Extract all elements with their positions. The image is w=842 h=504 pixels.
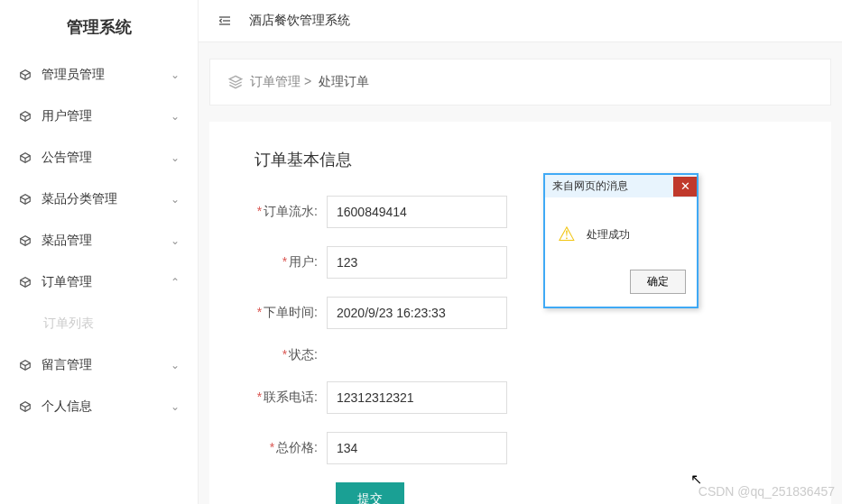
breadcrumb: 订单管理 > 处理订单	[209, 59, 831, 105]
chevron-down-icon: ⌄	[171, 359, 180, 371]
section-title: 订单基本信息	[245, 149, 795, 170]
ok-button[interactable]: 确定	[630, 270, 686, 294]
chevron-down-icon: ⌄	[171, 193, 180, 206]
main-content: 酒店餐饮管理系统 订单管理 > 处理订单 订单基本信息 *订单流水: *用户: …	[199, 0, 842, 504]
input-order-no[interactable]	[327, 196, 507, 228]
cube-icon	[18, 192, 32, 206]
chevron-down-icon: ⌄	[171, 110, 180, 123]
label-time: *下单时间:	[245, 305, 327, 321]
form-panel: 订单基本信息 *订单流水: *用户: *下单时间: *状态: *联系电话:	[209, 122, 831, 504]
dialog-footer: 确定	[545, 262, 697, 307]
sidebar-item-user[interactable]: 用户管理 ⌄	[0, 96, 198, 137]
menu-collapse-icon[interactable]	[217, 14, 233, 28]
field-phone: *联系电话:	[245, 381, 795, 414]
dialog-header: 来自网页的消息 ✕	[545, 175, 697, 197]
label-status: *状态:	[245, 347, 327, 363]
input-total[interactable]	[327, 432, 507, 464]
breadcrumb-part1: 订单管理 >	[250, 74, 311, 90]
submit-button[interactable]: 提交	[336, 482, 404, 504]
label-order-no: *订单流水:	[245, 204, 327, 220]
chevron-down-icon: ⌄	[171, 400, 180, 413]
dialog-body: ⚠ 处理成功	[545, 197, 697, 262]
field-order-no: *订单流水:	[245, 196, 795, 228]
chevron-down-icon: ⌄	[171, 151, 180, 164]
header-title: 酒店餐饮管理系统	[249, 13, 350, 29]
breadcrumb-part2: 处理订单	[319, 74, 369, 90]
cube-icon	[18, 234, 32, 248]
sidebar: 管理系统 管理员管理 ⌄ 用户管理 ⌄ 公告管理 ⌄ 菜品分类管理 ⌄ 菜品管理…	[0, 0, 199, 504]
cube-icon	[18, 151, 32, 165]
alert-dialog: 来自网页的消息 ✕ ⚠ 处理成功 确定	[543, 173, 699, 308]
sidebar-label: 菜品管理	[42, 233, 171, 249]
sidebar-label: 留言管理	[42, 357, 171, 373]
dialog-title: 来自网页的消息	[545, 175, 635, 197]
app-title: 管理系统	[0, 0, 198, 54]
sidebar-subitem-order-list[interactable]: 订单列表	[0, 303, 198, 344]
sidebar-item-admin[interactable]: 管理员管理 ⌄	[0, 54, 198, 96]
sidebar-label: 公告管理	[42, 150, 171, 166]
sidebar-item-notice[interactable]: 公告管理 ⌄	[0, 137, 198, 179]
label-phone: *联系电话:	[245, 389, 327, 406]
sidebar-label: 个人信息	[42, 399, 171, 415]
sidebar-item-dish[interactable]: 菜品管理 ⌄	[0, 220, 198, 261]
chevron-up-icon: ⌃	[171, 276, 180, 289]
cube-icon	[18, 275, 32, 289]
label-user: *用户:	[245, 254, 327, 270]
sidebar-item-category[interactable]: 菜品分类管理 ⌄	[0, 179, 198, 220]
sidebar-label: 菜品分类管理	[42, 191, 171, 207]
sidebar-label: 管理员管理	[42, 67, 171, 83]
header: 酒店餐饮管理系统	[199, 0, 842, 42]
input-phone[interactable]	[327, 381, 507, 414]
cube-icon	[18, 109, 32, 124]
sidebar-item-message[interactable]: 留言管理 ⌄	[0, 344, 198, 386]
input-time[interactable]	[327, 297, 507, 329]
cube-icon	[18, 358, 32, 372]
sidebar-label: 用户管理	[42, 108, 171, 124]
cube-icon	[18, 68, 32, 82]
sidebar-item-order[interactable]: 订单管理 ⌃	[0, 261, 198, 303]
field-total: *总价格:	[245, 432, 795, 464]
layers-icon	[228, 75, 243, 89]
sidebar-label: 订单管理	[42, 274, 171, 290]
field-user: *用户:	[245, 246, 795, 279]
field-time: *下单时间:	[245, 297, 795, 329]
input-user[interactable]	[327, 246, 507, 279]
sidebar-item-profile[interactable]: 个人信息 ⌄	[0, 386, 198, 427]
label-total: *总价格:	[245, 440, 327, 456]
field-status: *状态:	[245, 347, 795, 363]
chevron-down-icon: ⌄	[171, 234, 180, 247]
warning-icon: ⚠	[558, 223, 576, 246]
close-icon[interactable]: ✕	[673, 177, 697, 197]
svg-marker-3	[229, 76, 241, 82]
cube-icon	[18, 399, 32, 414]
dialog-message: 处理成功	[587, 227, 630, 243]
chevron-down-icon: ⌄	[171, 69, 180, 81]
